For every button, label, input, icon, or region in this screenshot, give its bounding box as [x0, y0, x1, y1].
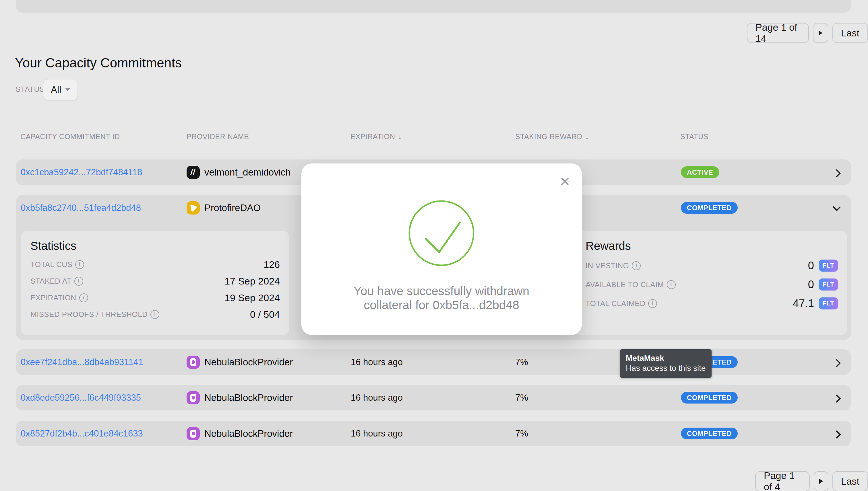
expiration-cell: 16 hours ago	[351, 421, 403, 446]
capacity-commitments-page: Page 1 of 14 Last Your Capacity Commitme…	[0, 0, 868, 491]
next-page-icon	[819, 30, 822, 35]
column-header-provider: PROVIDER NAME	[187, 133, 249, 141]
reward-row-available-to-claim: AVAILABLE TO CLAIMi 0FLT	[586, 275, 838, 294]
staking-reward-cell: 7%	[515, 421, 528, 446]
next-page-button[interactable]	[814, 471, 828, 491]
provider-name: NebulaBlockProvider	[205, 357, 293, 368]
chevron-down-icon[interactable]	[833, 203, 841, 211]
status-filter-dropdown[interactable]: All	[43, 79, 78, 100]
stat-row-total-cus: TOTAL CUSi 126	[30, 256, 280, 273]
metamask-tooltip: MetaMask Has access to this site	[620, 349, 711, 378]
staking-reward-cell: 7%	[515, 349, 528, 375]
staking-reward-cell: 7%	[515, 385, 528, 410]
page-title: Your Capacity Commitments	[15, 55, 182, 70]
page-indicator-button[interactable]: Page 1 of 4	[755, 471, 810, 491]
status-badge: ACTIVE	[681, 166, 719, 178]
statistics-card: Statistics TOTAL CUSi 126 STAKED ATi 17 …	[21, 231, 289, 335]
next-page-button[interactable]	[813, 23, 829, 43]
status-badge: COMPLETED	[681, 202, 738, 214]
sort-desc-icon: ↓	[585, 133, 589, 141]
stat-row-staked-at: STAKED ATi 17 Sep 2024	[30, 273, 280, 289]
rewards-card: Rewards IN VESTINGi 0FLT AVAILABLE TO CL…	[573, 231, 847, 335]
stat-row-missed-proofs: MISSED PROOFS / THRESHOLDi 0 / 504	[30, 306, 280, 323]
status-filter-label: STATUS	[16, 85, 45, 94]
provider-avatar-slashes-icon: //	[187, 166, 200, 179]
table-row[interactable]: 0x8527df2b4b...c401e84c1633 NebulaBlockP…	[16, 421, 851, 446]
provider-name: ProtofireDAO	[205, 202, 261, 213]
chevron-down-icon	[65, 88, 70, 91]
chevron-right-icon[interactable]	[833, 395, 841, 403]
top-pagination: Page 1 of 14 Last	[747, 23, 868, 43]
column-header-id: CAPACITY COMMITMENT ID	[20, 133, 120, 141]
partial-row-top	[16, 0, 851, 12]
chevron-right-icon[interactable]	[833, 431, 841, 438]
bottom-pagination: Page 1 of 4 Last	[755, 471, 868, 491]
column-header-staking-reward[interactable]: STAKING REWARD↓	[515, 133, 589, 141]
commitment-id-link[interactable]: 0x8527df2b4b...c401e84c1633	[21, 429, 143, 439]
status-badge: COMPLETED	[681, 392, 738, 404]
next-page-icon	[819, 479, 823, 484]
tooltip-title: MetaMask	[626, 353, 706, 363]
column-header-expiration[interactable]: EXPIRATION↓	[350, 133, 402, 141]
column-header-status: STATUS	[680, 133, 709, 141]
flt-token-badge: FLT	[819, 260, 838, 271]
table-row[interactable]: 0xee7f241dba...8db4ab931141 NebulaBlockP…	[16, 349, 851, 375]
statistics-title: Statistics	[30, 239, 280, 252]
info-icon[interactable]: i	[74, 277, 83, 286]
page-indicator-button[interactable]: Page 1 of 14	[747, 23, 809, 43]
status-badge: COMPLETED	[681, 428, 738, 439]
commitment-id-link[interactable]: 0xc1cba59242...72bdf7484118	[21, 167, 142, 177]
provider-avatar-square-icon	[187, 356, 200, 369]
provider-avatar-triangle-icon	[187, 201, 200, 214]
expiration-cell: 16 hours ago	[351, 349, 403, 375]
expiration-cell: 16 hours ago	[351, 385, 403, 410]
provider-name: velmont_demidovich	[205, 167, 291, 178]
info-icon[interactable]: i	[79, 293, 88, 302]
reward-row-total-claimed: TOTAL CLAIMEDi 47.1FLT	[586, 294, 838, 313]
info-icon[interactable]: i	[75, 260, 84, 269]
info-icon[interactable]: i	[632, 261, 641, 270]
provider-name: NebulaBlockProvider	[205, 392, 293, 403]
commitment-id-link[interactable]: 0xee7f241dba...8db4ab931141	[21, 357, 143, 367]
info-icon[interactable]: i	[151, 310, 159, 319]
tooltip-text: Has access to this site	[626, 363, 706, 373]
flt-token-badge: FLT	[819, 297, 838, 310]
withdraw-success-modal: ✕ You have successfully withdrawn collat…	[301, 164, 582, 335]
reward-row-in-vesting: IN VESTINGi 0FLT	[586, 256, 838, 275]
close-icon[interactable]: ✕	[559, 175, 570, 188]
info-icon[interactable]: i	[667, 280, 676, 289]
provider-avatar-square-icon	[187, 391, 200, 404]
provider-avatar-square-icon	[187, 427, 200, 440]
last-page-button[interactable]: Last	[833, 23, 868, 43]
chevron-right-icon[interactable]	[833, 169, 841, 177]
rewards-title: Rewards	[586, 239, 838, 252]
info-icon[interactable]: i	[648, 299, 657, 308]
sort-desc-icon: ↓	[398, 133, 402, 141]
stat-row-expiration: EXPIRATIONi 19 Sep 2024	[30, 289, 280, 306]
success-message: You have successfully withdrawn collater…	[332, 284, 550, 312]
success-check-icon	[404, 196, 479, 271]
commitment-id-link[interactable]: 0xd8ede59256...f6c449f93335	[21, 393, 141, 403]
flt-token-badge: FLT	[819, 279, 838, 291]
provider-name: NebulaBlockProvider	[205, 428, 293, 439]
last-page-button[interactable]: Last	[833, 471, 868, 491]
table-row[interactable]: 0xd8ede59256...f6c449f93335 NebulaBlockP…	[16, 385, 851, 410]
chevron-right-icon[interactable]	[833, 359, 841, 367]
commitment-id-link[interactable]: 0xb5fa8c2740...51fea4d2bd48	[21, 203, 141, 213]
status-filter-value: All	[51, 84, 61, 95]
